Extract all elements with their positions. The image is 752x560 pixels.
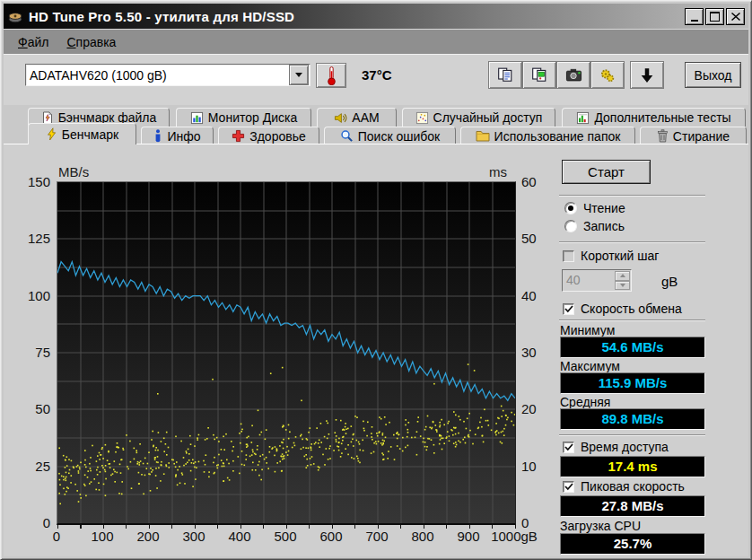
y-right-tick: 30 [521, 345, 537, 360]
separator [559, 319, 705, 320]
exit-button[interactable]: Выход [685, 62, 741, 88]
tab-label: AAM [352, 110, 379, 125]
write-radio[interactable]: Запись [564, 219, 625, 233]
y-right-tick-labels: 6050403020100 [520, 181, 555, 522]
read-radio-label: Чтение [583, 201, 625, 215]
stepper-up-icon[interactable] [615, 271, 630, 281]
drive-select-value: ADATAHV620 (1000 gB) [26, 68, 289, 83]
tab-label: Бенчмарк [62, 127, 118, 142]
download-button[interactable] [630, 61, 664, 89]
chevron-down-icon[interactable] [289, 65, 309, 85]
app-window: HD Tune Pro 5.50 - утилита для HD/SSD Фа… [0, 0, 752, 560]
grid-lines [57, 182, 515, 523]
stepper-down-icon[interactable] [615, 281, 630, 291]
checkbox-icon[interactable] [563, 250, 574, 262]
tab-disk-monitor[interactable]: Монитор Диска [176, 108, 311, 127]
separator [559, 241, 705, 242]
average-value: 89.8 MB/s [560, 408, 705, 430]
copy-image-button[interactable] [522, 61, 556, 89]
y-left-tick: 150 [28, 174, 50, 189]
search-icon [340, 129, 354, 143]
cpu-usage-label: Загрузка CPU [560, 519, 641, 533]
menu-help[interactable]: Справка [57, 32, 125, 52]
start-button[interactable]: Старт [562, 160, 651, 184]
tab-label: Дополнительные тесты [594, 110, 730, 125]
app-icon [7, 8, 23, 24]
check-icon [564, 305, 573, 313]
y-left-tick: 75 [35, 345, 50, 360]
maximize-button[interactable] [705, 8, 724, 25]
cpu-usage-value: 25.7% [560, 533, 705, 555]
screenshot-button[interactable] [556, 61, 590, 89]
benchmark-icon [46, 127, 57, 141]
close-button[interactable] [726, 8, 745, 25]
tab-label: Случайный доступ [433, 110, 543, 125]
y-right-tick: 10 [521, 459, 537, 474]
tab-label: Монитор Диска [208, 110, 297, 125]
title-bar[interactable]: HD Tune Pro 5.50 - утилита для HD/SSD [4, 4, 748, 29]
drive-select[interactable]: ADATAHV620 (1000 gB) [25, 64, 310, 86]
tab-extra-tests[interactable]: Дополнительные тесты [562, 108, 746, 127]
y-left-tick: 25 [35, 459, 50, 474]
radio-icon[interactable] [564, 220, 577, 232]
tab-random-access[interactable]: Случайный доступ [402, 108, 555, 127]
read-radio[interactable]: Чтение [564, 201, 625, 215]
benchmark-chart [57, 181, 516, 525]
minimum-value: 54.6 MB/s [560, 337, 705, 358]
y-right-tick: 60 [521, 174, 537, 189]
y-left-axis-title: MB/s [58, 164, 89, 179]
tab-aam[interactable]: AAM [317, 108, 397, 127]
burst-rate-checkbox[interactable]: Пиковая скорость [563, 479, 685, 494]
minimize-icon [691, 20, 698, 22]
download-arrow-icon [640, 67, 654, 83]
minimum-label: Минимум [560, 323, 615, 337]
checkbox-icon[interactable] [563, 442, 574, 453]
speaker-icon [334, 111, 347, 125]
transfer-rate-checkbox[interactable]: Скорость обмена [563, 302, 682, 316]
access-time-checkbox[interactable]: Время доступа [563, 440, 669, 454]
disk-monitor-icon [190, 111, 204, 125]
gears-icon [599, 67, 616, 83]
menu-bar: Файл Справка [4, 29, 748, 54]
y-left-tick: 100 [28, 288, 50, 303]
tab-label: Инфо [167, 129, 200, 144]
options-button[interactable] [590, 61, 625, 89]
tab-label: Поиск ошибок [358, 129, 440, 144]
folder-icon [476, 130, 490, 142]
minimize-button[interactable] [685, 8, 704, 25]
y-left-tick-labels: 1501251007550250 [4, 181, 52, 522]
close-icon [731, 13, 740, 21]
info-icon [153, 129, 162, 143]
y-right-tick: 40 [521, 288, 537, 303]
copy-text-button[interactable] [488, 61, 522, 89]
extra-tests-icon [576, 111, 590, 125]
transfer-rate-label: Скорость обмена [581, 302, 682, 316]
temperature-button[interactable] [316, 63, 346, 88]
tab-erase[interactable]: Стирание [640, 127, 747, 144]
tab-health[interactable]: Здоровье [218, 127, 319, 144]
separator [559, 195, 705, 196]
tab-benchmark[interactable]: Бенчмарк [28, 123, 136, 144]
short-stride-checkbox[interactable]: Короткий шаг [563, 249, 659, 263]
tab-label: Использование папок [494, 129, 621, 144]
window-title: HD Tune Pro 5.50 - утилита для HD/SSD [29, 9, 294, 24]
camera-icon [565, 67, 582, 83]
stride-stepper[interactable]: 40 [562, 269, 632, 292]
checkbox-icon[interactable] [563, 481, 574, 493]
average-label: Средняя [560, 395, 610, 409]
y-left-tick: 50 [35, 401, 50, 416]
radio-icon[interactable] [564, 202, 577, 214]
menu-file[interactable]: Файл [9, 32, 57, 52]
checkbox-icon[interactable] [563, 303, 574, 315]
tab-error-scan[interactable]: Поиск ошибок [324, 127, 456, 144]
separator [559, 434, 705, 435]
tab-info[interactable]: Инфо [141, 127, 214, 144]
y-right-tick: 20 [521, 401, 537, 416]
tab-folder-usage[interactable]: Использование папок [460, 127, 635, 144]
tab-label: Стирание [673, 129, 730, 144]
access-time-value: 17.4 ms [560, 456, 705, 477]
burst-rate-value: 27.8 MB/s [560, 495, 705, 517]
plot-svg [57, 182, 515, 523]
stride-unit-label: gB [661, 274, 678, 289]
health-cross-icon [232, 129, 245, 143]
